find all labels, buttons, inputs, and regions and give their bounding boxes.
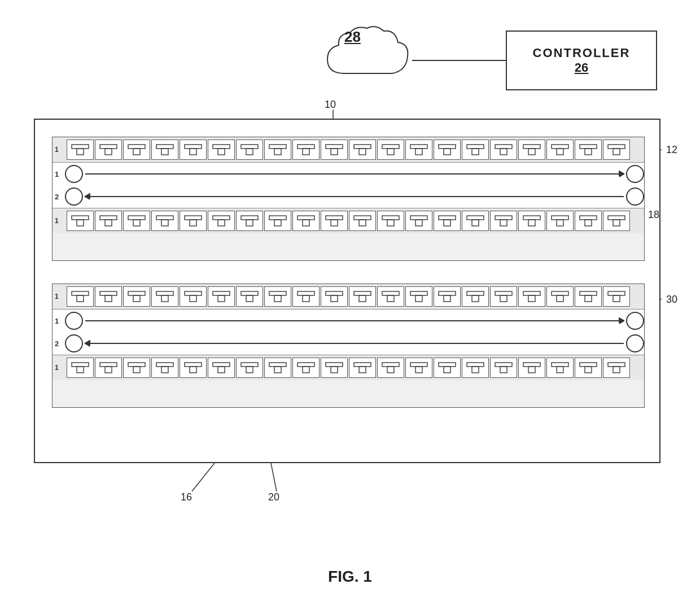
- label-10: 10: [325, 99, 336, 111]
- svg-rect-33: [439, 145, 456, 149]
- cell: [518, 286, 545, 307]
- svg-rect-123: [580, 291, 597, 295]
- transport-lane-top-right: 1: [53, 163, 644, 185]
- cell: [292, 358, 320, 378]
- svg-rect-152: [415, 367, 422, 373]
- svg-rect-82: [557, 220, 563, 226]
- svg-rect-26: [331, 149, 338, 155]
- cell: [377, 358, 404, 378]
- cell: [123, 358, 150, 378]
- svg-rect-118: [500, 295, 507, 302]
- svg-rect-75: [467, 216, 484, 220]
- svg-rect-49: [100, 216, 117, 220]
- svg-rect-20: [246, 149, 253, 155]
- cell: [67, 211, 94, 231]
- svg-rect-106: [331, 295, 338, 302]
- carrier-right-2: [626, 188, 644, 206]
- svg-rect-158: [500, 367, 507, 373]
- svg-rect-97: [213, 291, 230, 295]
- row-label-b1: 1: [55, 293, 66, 300]
- svg-rect-32: [415, 149, 422, 155]
- svg-rect-138: [218, 367, 225, 373]
- svg-rect-46: [613, 149, 620, 155]
- svg-rect-69: [382, 216, 399, 220]
- cell: [405, 140, 432, 160]
- cell: [434, 211, 461, 231]
- svg-rect-128: [77, 367, 84, 373]
- svg-rect-83: [580, 216, 597, 220]
- svg-rect-38: [500, 149, 507, 155]
- svg-rect-105: [326, 291, 343, 295]
- svg-rect-31: [410, 145, 427, 149]
- cell: [575, 140, 602, 160]
- svg-rect-164: [585, 367, 592, 373]
- cell: [236, 140, 263, 160]
- cell: [462, 140, 489, 160]
- svg-rect-161: [552, 363, 568, 367]
- svg-rect-25: [326, 145, 343, 149]
- svg-rect-66: [331, 220, 338, 226]
- cell: [490, 358, 517, 378]
- cell: [434, 286, 461, 307]
- cell: [180, 358, 207, 378]
- label-18: 18: [648, 209, 659, 221]
- svg-rect-101: [269, 291, 286, 295]
- svg-rect-99: [241, 291, 258, 295]
- svg-rect-59: [241, 216, 258, 220]
- svg-rect-132: [133, 367, 140, 373]
- svg-rect-89: [100, 291, 117, 295]
- cell: [546, 211, 574, 231]
- svg-rect-113: [439, 291, 456, 295]
- svg-rect-112: [415, 295, 422, 302]
- cell: [180, 140, 207, 160]
- svg-rect-79: [523, 216, 540, 220]
- svg-rect-47: [72, 216, 89, 220]
- cell: [518, 211, 545, 231]
- svg-rect-156: [472, 367, 479, 373]
- svg-rect-22: [274, 149, 281, 155]
- svg-rect-143: [298, 363, 314, 367]
- cell: [264, 286, 291, 307]
- cell: [67, 286, 94, 307]
- cell: [123, 140, 150, 160]
- cell: [292, 211, 320, 231]
- cell: [405, 286, 432, 307]
- label-20: 20: [268, 491, 279, 503]
- lane-line-left-b2: [85, 343, 624, 344]
- svg-rect-18: [218, 149, 225, 155]
- svg-rect-154: [444, 367, 450, 373]
- svg-rect-102: [274, 295, 281, 302]
- svg-rect-120: [528, 295, 535, 302]
- carrier-left-b2: [65, 334, 83, 352]
- svg-rect-116: [472, 295, 479, 302]
- cell: [208, 286, 235, 307]
- lane-line-left-2: [85, 196, 624, 197]
- svg-line-6: [271, 463, 277, 491]
- cell: [575, 286, 602, 307]
- carrier-left-b1: [65, 312, 83, 330]
- svg-rect-41: [552, 145, 568, 149]
- cell: [236, 358, 263, 378]
- svg-rect-139: [241, 363, 258, 367]
- cell: [349, 358, 376, 378]
- svg-rect-70: [387, 220, 394, 226]
- row-label-b2: 1: [55, 364, 66, 372]
- svg-rect-55: [185, 216, 202, 220]
- cell: [349, 286, 376, 307]
- cell: [264, 211, 291, 231]
- svg-rect-90: [105, 295, 112, 302]
- cell: [349, 140, 376, 160]
- svg-rect-151: [410, 363, 427, 367]
- carrier-left-1: [65, 165, 83, 183]
- svg-rect-12: [133, 149, 140, 155]
- svg-rect-16: [190, 149, 196, 155]
- cell: [95, 211, 122, 231]
- lane-label-b2: 2: [55, 339, 65, 348]
- svg-rect-107: [354, 291, 371, 295]
- svg-rect-63: [298, 216, 314, 220]
- svg-rect-57: [213, 216, 230, 220]
- svg-rect-23: [298, 145, 314, 149]
- svg-rect-141: [269, 363, 286, 367]
- svg-line-5: [192, 463, 215, 491]
- cell-row-top-2: 1: [53, 208, 644, 233]
